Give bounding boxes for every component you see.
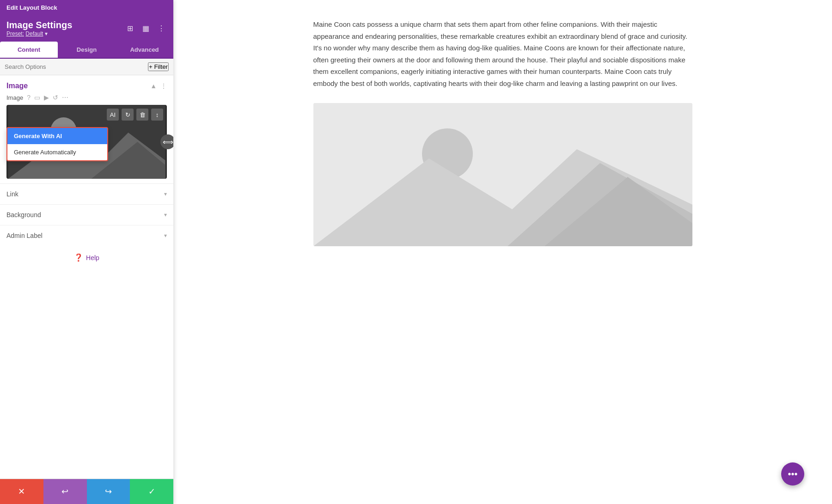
image-section: Image ▲ ⋮ Image ? ▭ ▶ ↺ ⋯ (0, 75, 173, 179)
more-vertical-icon[interactable]: ⋮ (156, 23, 167, 34)
expand-icon[interactable]: ⊞ (124, 23, 135, 34)
save-button[interactable]: ✓ (130, 479, 173, 504)
accordion-background-header[interactable]: Background ▾ (0, 205, 173, 225)
help-icon: ❓ (74, 253, 83, 262)
settings-title: Image Settings (6, 20, 72, 30)
fab-icon: ••• (788, 469, 797, 480)
admin-label-chevron-icon: ▾ (164, 232, 167, 239)
replace-btn[interactable]: ↕ (151, 109, 163, 121)
delete-btn[interactable]: 🗑 (136, 109, 148, 121)
image-preview-container: AI ↻ 🗑 ↕ Generate With AI Generate Autom… (6, 105, 167, 179)
refresh-btn[interactable]: ↻ (122, 109, 134, 121)
image-more-icon[interactable]: ⋮ (160, 82, 167, 90)
bottom-bar: ✕ ↩ ↪ ✓ (0, 479, 173, 504)
background-label: Background (6, 211, 41, 219)
sidebar-content: Image ▲ ⋮ Image ? ▭ ▶ ↺ ⋯ (0, 75, 173, 479)
undo-icon[interactable]: ↺ (53, 94, 58, 101)
resize-handle[interactable]: ⟺ (160, 134, 173, 149)
settings-preset[interactable]: Preset: Default ▾ (6, 30, 72, 37)
article-text: Maine Coon cats possess a unique charm t… (313, 18, 692, 89)
columns-icon[interactable]: ▦ (140, 23, 151, 34)
accordion-admin-label: Admin Label ▾ (0, 225, 173, 246)
cancel-button[interactable]: ✕ (0, 479, 43, 504)
image-section-actions: ▲ ⋮ (150, 82, 167, 90)
filter-button[interactable]: + Filter (148, 62, 169, 71)
tab-advanced[interactable]: Advanced (116, 42, 173, 58)
redo-button[interactable]: ↪ (87, 479, 130, 504)
search-bar: + Filter (0, 59, 173, 75)
generate-with-ai-option[interactable]: Generate With AI (7, 128, 107, 144)
link-chevron-icon: ▾ (164, 191, 167, 197)
accordion-admin-label-header[interactable]: Admin Label ▾ (0, 225, 173, 246)
collapse-icon[interactable]: ▲ (150, 82, 157, 90)
fab-button[interactable]: ••• (781, 462, 804, 486)
tab-content[interactable]: Content (0, 42, 58, 58)
accordion-background: Background ▾ (0, 204, 173, 225)
image-tools-row: Image ? ▭ ▶ ↺ ⋯ (0, 94, 173, 105)
tabs: Content Design Advanced (0, 42, 173, 59)
background-chevron-icon: ▾ (164, 212, 167, 218)
image-toolbar: AI ↻ 🗑 ↕ (107, 109, 163, 121)
settings-title-group: Image Settings Preset: Default ▾ (6, 20, 72, 37)
main-placeholder-svg (313, 103, 692, 246)
accordion-link: Link ▾ (0, 183, 173, 204)
header-bar: Edit Layout Block (0, 0, 173, 15)
image-tools-label: Image (6, 94, 23, 101)
image-section-title: Image (6, 82, 28, 90)
cursor-icon[interactable]: ▶ (44, 94, 49, 101)
link-label: Link (6, 190, 18, 198)
admin-label-label: Admin Label (6, 232, 43, 239)
ai-btn[interactable]: AI (107, 109, 119, 121)
help-section: ❓ Help (0, 246, 173, 269)
help-label[interactable]: Help (86, 254, 99, 261)
search-input[interactable] (5, 63, 144, 70)
image-options-icon[interactable]: ⋯ (62, 94, 68, 101)
ai-dropdown: Generate With AI Generate Automatically (6, 127, 108, 161)
sidebar: Edit Layout Block Image Settings Preset:… (0, 0, 173, 504)
image-section-header: Image ▲ ⋮ (0, 75, 173, 94)
main-content: Maine Coon cats possess a unique charm t… (173, 0, 832, 504)
accordion-link-header[interactable]: Link ▾ (0, 184, 173, 204)
generate-automatically-option[interactable]: Generate Automatically (7, 144, 107, 160)
tab-design[interactable]: Design (58, 42, 116, 58)
help-circle-icon[interactable]: ? (27, 94, 31, 101)
main-placeholder-image (313, 103, 692, 246)
settings-actions: ⊞ ▦ ⋮ (124, 23, 167, 34)
header-title: Edit Layout Block (6, 4, 57, 11)
undo-button[interactable]: ↩ (43, 479, 87, 504)
settings-header: Image Settings Preset: Default ▾ ⊞ ▦ ⋮ (0, 15, 173, 42)
mobile-icon[interactable]: ▭ (34, 94, 40, 101)
